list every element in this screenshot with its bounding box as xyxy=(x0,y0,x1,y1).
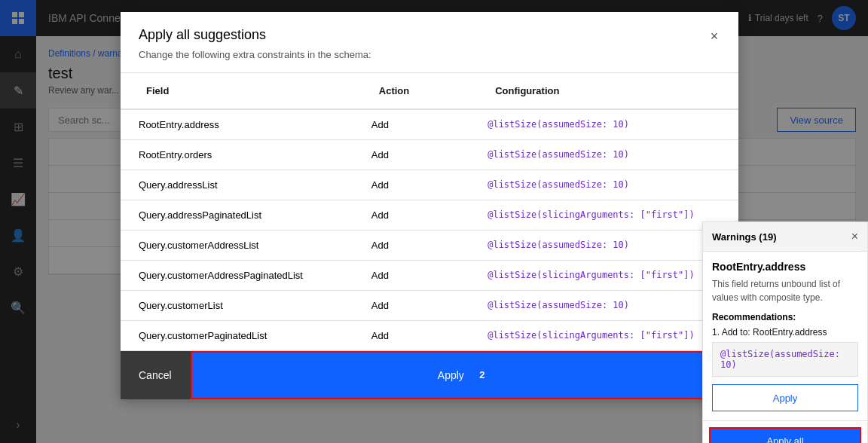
field-cell: Query.customerAddressPaginatedList xyxy=(139,270,371,281)
table-row: Query.customerAddressPaginatedList Add @… xyxy=(121,261,738,291)
apply-all-button[interactable]: Apply all xyxy=(709,427,861,443)
cancel-button[interactable]: Cancel xyxy=(121,351,190,399)
action-cell: Add xyxy=(371,209,487,221)
field-cell: RootEntry.address xyxy=(139,119,371,130)
table-row: RootEntry.orders Add @listSize(assumedSi… xyxy=(121,140,738,170)
code-block: @listSize(assumedSize: 10) xyxy=(712,342,858,377)
config-cell: @listSize(slicingArguments: ["first"]) xyxy=(487,209,720,221)
action-cell: Add xyxy=(371,240,487,251)
apply-button[interactable]: Apply 2 xyxy=(191,351,738,399)
warnings-body: RootEntry.address This field returns unb… xyxy=(703,252,867,420)
table-row: Query.addressList Add @listSize(assumedS… xyxy=(121,170,738,200)
warnings-panel: Warnings (19) × RootEntry.address This f… xyxy=(702,222,868,443)
action-cell: Add xyxy=(371,330,487,341)
modal-close-button[interactable]: × xyxy=(702,24,726,48)
header-action: Action xyxy=(371,79,487,102)
header-configuration: Configuration xyxy=(487,79,720,102)
field-cell: Query.customerAddressList xyxy=(139,240,371,251)
config-cell: @listSize(assumedSize: 10) xyxy=(487,149,720,160)
header-field: Field xyxy=(139,79,371,102)
apply-suggestions-modal: Apply all suggestions Change the followi… xyxy=(121,12,738,399)
apply-label: Apply xyxy=(438,368,464,380)
modal-table: Field Action Configuration RootEntry.add… xyxy=(121,73,738,350)
config-cell: @listSize(assumedSize: 10) xyxy=(487,300,720,311)
warnings-title: Warnings (19) xyxy=(712,231,776,243)
warning-description: This field returns unbound list of value… xyxy=(712,277,858,304)
warnings-apply-button[interactable]: Apply xyxy=(712,384,858,411)
modal-subtitle: Change the following extra constraints i… xyxy=(139,49,720,60)
recommendation-item: 1. Add to: RootEntry.address xyxy=(712,327,858,338)
config-cell: @listSize(assumedSize: 10) xyxy=(487,179,720,191)
action-cell: Add xyxy=(371,270,487,281)
config-cell: @listSize(assumedSize: 10) xyxy=(487,119,720,130)
field-cell: Query.customerList xyxy=(139,300,371,311)
field-cell: Query.addressPaginatedList xyxy=(139,209,371,221)
table-header-row: Field Action Configuration xyxy=(121,73,738,110)
field-cell: Query.addressList xyxy=(139,179,371,191)
warnings-footer: Apply all xyxy=(703,420,867,443)
modal-footer: Cancel Apply 2 xyxy=(121,350,738,399)
config-cell: @listSize(slicingArguments: ["first"]) xyxy=(487,330,720,341)
action-cell: Add xyxy=(371,119,487,130)
recommendations-label: Recommendations: xyxy=(712,312,858,322)
table-row: Query.customerPaginatedList Add @listSiz… xyxy=(121,321,738,350)
apply-count-badge: 2 xyxy=(473,366,491,384)
table-row: RootEntry.address Add @listSize(assumedS… xyxy=(121,110,738,140)
config-cell: @listSize(assumedSize: 10) xyxy=(487,240,720,251)
warnings-header: Warnings (19) × xyxy=(703,222,867,252)
modal-header: Apply all suggestions Change the followi… xyxy=(121,12,738,73)
field-cell: RootEntry.orders xyxy=(139,149,371,160)
table-row: Query.customerList Add @listSize(assumed… xyxy=(121,291,738,321)
warnings-close-button[interactable]: × xyxy=(851,230,858,243)
modal-title: Apply all suggestions xyxy=(139,27,720,43)
action-cell: Add xyxy=(371,149,487,160)
config-cell: @listSize(slicingArguments: ["first"]) xyxy=(487,270,720,281)
table-row: Query.customerAddressList Add @listSize(… xyxy=(121,231,738,261)
action-cell: Add xyxy=(371,179,487,191)
field-cell: Query.customerPaginatedList xyxy=(139,330,371,341)
table-row: Query.addressPaginatedList Add @listSize… xyxy=(121,200,738,231)
action-cell: Add xyxy=(371,300,487,311)
warning-field-title: RootEntry.address xyxy=(712,261,858,273)
